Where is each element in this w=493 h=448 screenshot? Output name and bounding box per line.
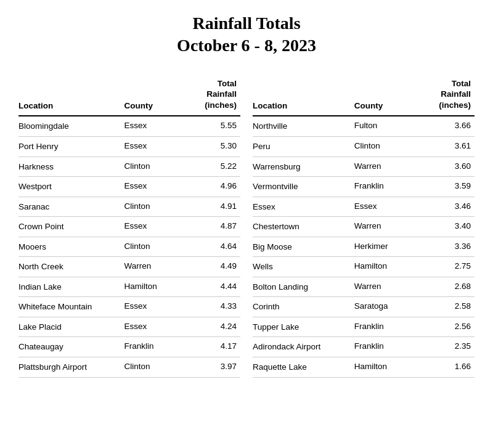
location-cell: Peru (253, 136, 354, 157)
location-cell: Bolton Landing (253, 277, 354, 297)
county-cell: Hamilton (354, 257, 424, 277)
county-cell: Essex (124, 136, 191, 157)
table-row: Westport Essex 4.96 (18, 177, 240, 197)
rainfall-cell: 3.36 (424, 237, 475, 257)
county-cell: Essex (124, 317, 191, 337)
rainfall-cell: 2.68 (424, 277, 475, 297)
rainfall-cell: 4.24 (192, 317, 240, 337)
table-row: North Creek Warren 4.49 (18, 257, 240, 277)
table-row: Corinth Saratoga 2.58 (253, 297, 475, 317)
county-cell: Essex (124, 217, 191, 237)
table-row: Big Moose Herkimer 3.36 (253, 237, 475, 257)
county-cell: Saratoga (354, 297, 424, 317)
location-cell: Bloomingdale (18, 116, 124, 136)
rainfall-cell: 2.35 (424, 337, 475, 357)
right-rainfall-table: Location County TotalRainfall(inches) No… (253, 76, 475, 378)
table-row: Raquette Lake Hamilton 1.66 (253, 357, 475, 377)
table-row: Saranac Clinton 4.91 (18, 197, 240, 217)
county-cell: Franklin (354, 177, 424, 197)
location-cell: Wells (253, 257, 354, 277)
table-row: Wells Hamilton 2.75 (253, 257, 475, 277)
table-row: Mooers Clinton 4.64 (18, 237, 240, 257)
table-row: Plattsburgh Airport Clinton 3.97 (18, 357, 240, 377)
location-cell: Lake Placid (18, 317, 124, 337)
county-cell: Franklin (354, 337, 424, 357)
table-row: Harkness Clinton 5.22 (18, 157, 240, 177)
county-cell: Clinton (124, 237, 191, 257)
location-cell: North Creek (18, 257, 124, 277)
rainfall-cell: 3.60 (424, 157, 475, 177)
page-title: Rainfall Totals October 6 - 8, 2023 (18, 12, 475, 57)
county-cell: Clinton (124, 197, 191, 217)
rainfall-cell: 4.87 (192, 217, 240, 237)
rainfall-cell: 2.56 (424, 317, 475, 337)
table-row: Bolton Landing Warren 2.68 (253, 277, 475, 297)
left-table-section: Location County TotalRainfall(inches) Bl… (18, 76, 240, 378)
rainfall-cell: 3.40 (424, 217, 475, 237)
rainfall-cell: 3.46 (424, 197, 475, 217)
location-cell: Harkness (18, 157, 124, 177)
right-header-rainfall: TotalRainfall(inches) (424, 76, 475, 116)
location-cell: Chestertown (253, 217, 354, 237)
county-cell: Warren (354, 217, 424, 237)
rainfall-cell: 3.66 (424, 116, 475, 136)
rainfall-cell: 3.59 (424, 177, 475, 197)
location-cell: Big Moose (253, 237, 354, 257)
county-cell: Franklin (354, 317, 424, 337)
table-row: Warrensburg Warren 3.60 (253, 157, 475, 177)
location-cell: Port Henry (18, 136, 124, 157)
location-cell: Corinth (253, 297, 354, 317)
location-cell: Warrensburg (253, 157, 354, 177)
rainfall-cell: 5.55 (192, 116, 240, 136)
location-cell: Mooers (18, 237, 124, 257)
rainfall-cell: 4.49 (192, 257, 240, 277)
rainfall-cell: 3.61 (424, 136, 475, 157)
county-cell: Clinton (354, 136, 424, 157)
rainfall-cell: 5.30 (192, 136, 240, 157)
table-row: Northville Fulton 3.66 (253, 116, 475, 136)
location-cell: Essex (253, 197, 354, 217)
table-row: Vermontville Franklin 3.59 (253, 177, 475, 197)
location-cell: Whiteface Mountain (18, 297, 124, 317)
location-cell: Crown Point (18, 217, 124, 237)
county-cell: Essex (124, 297, 191, 317)
table-row: Tupper Lake Franklin 2.56 (253, 317, 475, 337)
location-cell: Plattsburgh Airport (18, 357, 124, 377)
left-rainfall-table: Location County TotalRainfall(inches) Bl… (18, 76, 240, 378)
location-cell: Raquette Lake (253, 357, 354, 377)
table-row: Bloomingdale Essex 5.55 (18, 116, 240, 136)
county-cell: Clinton (124, 357, 191, 377)
location-cell: Indian Lake (18, 277, 124, 297)
table-row: Adirondack Airport Franklin 2.35 (253, 337, 475, 357)
county-cell: Essex (354, 197, 424, 217)
tables-container: Location County TotalRainfall(inches) Bl… (18, 76, 475, 378)
rainfall-cell: 2.58 (424, 297, 475, 317)
location-cell: Vermontville (253, 177, 354, 197)
county-cell: Warren (354, 277, 424, 297)
table-row: Chateaugay Franklin 4.17 (18, 337, 240, 357)
county-cell: Herkimer (354, 237, 424, 257)
rainfall-cell: 3.97 (192, 357, 240, 377)
county-cell: Essex (124, 116, 191, 136)
county-cell: Hamilton (124, 277, 191, 297)
rainfall-cell: 5.22 (192, 157, 240, 177)
table-row: Peru Clinton 3.61 (253, 136, 475, 157)
county-cell: Essex (124, 177, 191, 197)
table-row: Port Henry Essex 5.30 (18, 136, 240, 157)
county-cell: Hamilton (354, 357, 424, 377)
rainfall-cell: 1.66 (424, 357, 475, 377)
rainfall-cell: 2.75 (424, 257, 475, 277)
right-header-county: County (354, 76, 424, 116)
county-cell: Fulton (354, 116, 424, 136)
table-row: Chestertown Warren 3.40 (253, 217, 475, 237)
right-header-location: Location (253, 76, 354, 116)
location-cell: Westport (18, 177, 124, 197)
table-row: Lake Placid Essex 4.24 (18, 317, 240, 337)
table-row: Indian Lake Hamilton 4.44 (18, 277, 240, 297)
right-table-section: Location County TotalRainfall(inches) No… (253, 76, 475, 378)
table-row: Essex Essex 3.46 (253, 197, 475, 217)
rainfall-cell: 4.91 (192, 197, 240, 217)
left-header-location: Location (18, 76, 124, 116)
location-cell: Northville (253, 116, 354, 136)
location-cell: Tupper Lake (253, 317, 354, 337)
